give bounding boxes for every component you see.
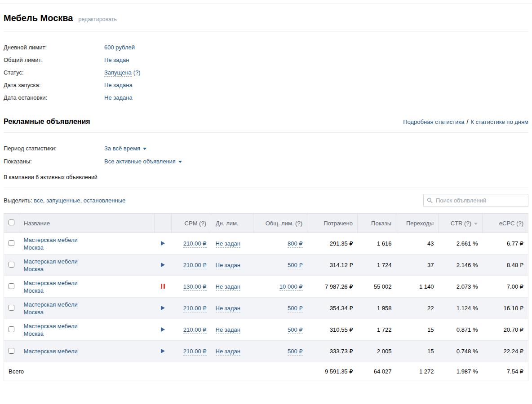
cpm-value[interactable]: 210.00 ₽ <box>183 262 207 269</box>
ad-name-cell: Мастерская мебели <box>19 341 155 362</box>
col-header-spent[interactable]: Потрачено <box>307 214 358 233</box>
day-limit-value[interactable]: Не задан <box>216 262 240 269</box>
info-label: Дневной лимит: <box>4 41 104 54</box>
total-limit-value[interactable]: 500 ₽ <box>288 262 303 269</box>
col-header-ctr[interactable]: CTR (?) <box>439 214 483 233</box>
table-row: Мастерская мебели 210.00 ₽ Не задан 500 … <box>4 341 528 362</box>
total-limit-value[interactable]: 10 000 ₽ <box>279 283 303 291</box>
filters: Период статистики: За всё время Показаны… <box>4 133 528 169</box>
cpm-value[interactable]: 130.00 ₽ <box>183 283 207 291</box>
status-help-icon[interactable]: (?) <box>133 69 141 76</box>
day-limit-cell: Не задан <box>211 255 253 276</box>
campaign-summary: В кампании 6 активных объявлений <box>4 169 528 188</box>
ad-name-link[interactable]: Мастерская мебели Москва <box>24 279 91 294</box>
col-header-day-limit[interactable]: Дн. лим. <box>211 214 253 233</box>
day-limit-cell: Не задан <box>211 233 253 255</box>
total-ecpc: 7.54 ₽ <box>483 362 528 381</box>
play-icon[interactable] <box>161 349 165 353</box>
ecpc-value: 20.70 ₽ <box>483 319 528 341</box>
clicks-value: 22 <box>396 298 439 319</box>
select-all-checkbox[interactable] <box>9 220 14 225</box>
day-limit-value[interactable]: Не задан <box>216 305 240 312</box>
ad-name-link[interactable]: Мастерская мебели Москва <box>24 258 91 273</box>
total-limit-value[interactable]: Не задан <box>104 54 129 66</box>
cpm-value[interactable]: 210.00 ₽ <box>183 305 207 312</box>
col-header-total-limit[interactable]: Общ. лим. (?) <box>253 214 307 233</box>
select-stopped-link[interactable]: остановленные <box>84 197 126 204</box>
info-label: Статус: <box>4 66 104 79</box>
row-checkbox[interactable] <box>9 262 14 268</box>
info-row-status: Статус: Запущена(?) <box>4 66 528 79</box>
ctr-header-label: CTR (?) <box>451 220 471 227</box>
info-label: Дата запуска: <box>4 79 104 92</box>
ctr-value: 2.073 % <box>439 276 483 298</box>
row-checkbox[interactable] <box>9 240 14 246</box>
search-input[interactable] <box>423 194 528 207</box>
ecpc-value: 6.77 ₽ <box>483 233 528 255</box>
row-checkbox[interactable] <box>9 326 14 332</box>
play-icon[interactable] <box>161 263 165 267</box>
ecpc-value: 8.48 ₽ <box>483 255 528 276</box>
select-running-link[interactable]: запущенные <box>46 197 80 204</box>
stop-date-value[interactable]: Не задана <box>104 92 133 104</box>
campaign-header: Мебель Москва редактировать <box>4 4 528 31</box>
cpm-cell: 210.00 ₽ <box>172 255 211 276</box>
status-value[interactable]: Запущена <box>104 69 132 77</box>
total-limit-value[interactable]: 500 ₽ <box>288 305 303 312</box>
clicks-value: 15 <box>396 319 439 341</box>
day-limit-value[interactable]: Не задан <box>216 326 240 334</box>
pause-icon[interactable] <box>161 284 165 289</box>
row-checkbox[interactable] <box>9 348 14 354</box>
play-icon[interactable] <box>161 306 165 310</box>
col-header-name[interactable]: Название <box>19 214 155 233</box>
col-header-clicks[interactable]: Переходы <box>396 214 439 233</box>
daily-limit-value[interactable]: 600 рублей <box>104 41 135 54</box>
total-limit-value[interactable]: 800 ₽ <box>288 240 303 248</box>
play-icon[interactable] <box>161 241 165 246</box>
ads-section-header: Рекламные объявления Подробная статистик… <box>4 107 528 133</box>
day-limit-cell: Не задан <box>211 319 253 341</box>
day-limit-value[interactable]: Не задан <box>216 348 240 356</box>
col-header-impressions[interactable]: Показы <box>358 214 396 233</box>
clicks-value: 1 140 <box>396 276 439 298</box>
chevron-down-icon <box>143 148 146 150</box>
detailed-stats-link[interactable]: Подробная статистика <box>403 119 464 125</box>
cpm-cell: 210.00 ₽ <box>172 319 211 341</box>
cpm-value[interactable]: 210.00 ₽ <box>183 326 207 334</box>
row-checkbox[interactable] <box>9 305 14 311</box>
row-checkbox[interactable] <box>9 283 14 289</box>
select-all-link[interactable]: все <box>34 197 43 204</box>
cpm-value[interactable]: 210.00 ₽ <box>183 348 207 356</box>
day-limit-value[interactable]: Не задан <box>216 240 240 248</box>
table-header-row: Название CPM (?) Дн. лим. Общ. лим. (?) … <box>4 214 528 233</box>
ad-name-link[interactable]: Мастерская мебели <box>24 347 78 355</box>
spent-value: 314.12 ₽ <box>307 255 358 276</box>
ad-state-cell <box>155 319 172 341</box>
shown-dropdown[interactable]: Все активные объявления <box>104 155 182 168</box>
cpm-value[interactable]: 210.00 ₽ <box>183 240 207 248</box>
day-limit-value[interactable]: Не задан <box>216 283 240 291</box>
total-limit-cell: 500 ₽ <box>253 319 307 341</box>
info-row-stop-date: Дата остановки: Не задана <box>4 92 528 104</box>
ad-name-link[interactable]: Мастерская мебели Москва <box>24 236 91 251</box>
table-row: Мастерская мебели Москва 130.00 ₽ Не зад… <box>4 276 528 298</box>
col-header-cpm[interactable]: CPM (?) <box>172 214 211 233</box>
spent-value: 310.55 ₽ <box>307 319 358 341</box>
impressions-value: 2 005 <box>358 341 396 362</box>
ad-state-cell <box>155 341 172 362</box>
period-dropdown[interactable]: За всё время <box>104 142 146 155</box>
play-icon[interactable] <box>161 327 165 332</box>
col-header-ecpc[interactable]: eCPC (?) <box>483 214 528 233</box>
select-separator: , <box>80 197 82 204</box>
impressions-value: 55 002 <box>358 276 396 298</box>
edit-campaign-link[interactable]: редактировать <box>78 16 117 22</box>
ad-state-cell <box>155 255 172 276</box>
daily-stats-link[interactable]: К статистике по дням <box>470 119 528 125</box>
table-row: Мастерская мебели Москва 210.00 ₽ Не зад… <box>4 233 528 255</box>
total-limit-value[interactable]: 500 ₽ <box>288 326 303 334</box>
ad-name-link[interactable]: Мастерская мебели Москва <box>24 301 91 316</box>
ad-name-link[interactable]: Мастерская мебели Москва <box>24 322 91 338</box>
total-limit-cell: 800 ₽ <box>253 233 307 255</box>
total-limit-value[interactable]: 500 ₽ <box>288 348 303 356</box>
start-date-value[interactable]: Не задана <box>104 79 133 92</box>
